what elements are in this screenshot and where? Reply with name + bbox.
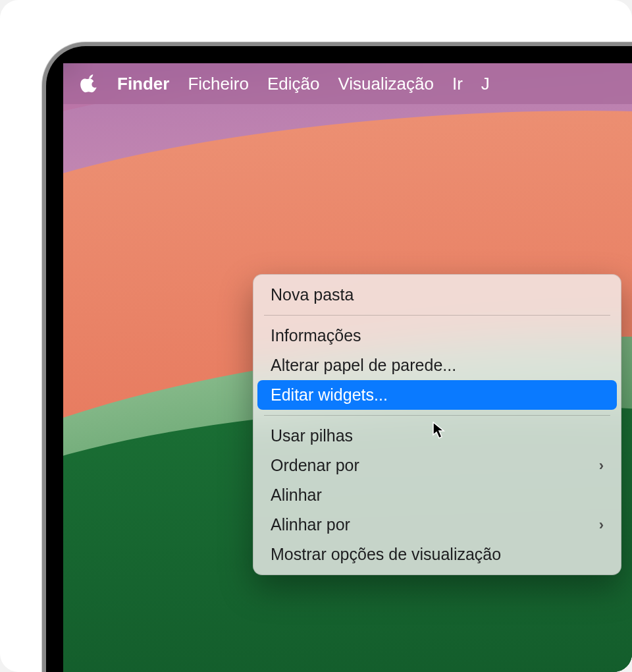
context-menu-item-change-wallpaper[interactable]: Alterar papel de parede... [253,350,621,380]
context-menu-item-label: Ordenar por [271,456,359,475]
context-menu-separator [264,415,610,416]
desktop-context-menu: Nova pasta Informações Alterar papel de … [253,274,621,575]
context-menu-item-label: Mostrar opções de visualização [271,545,501,564]
menubar-item-file[interactable]: Ficheiro [188,74,248,94]
context-menu-separator [264,315,610,316]
context-menu-item-label: Alterar papel de parede... [271,356,456,375]
laptop-bezel: Finder Ficheiro Edição Visualização Ir J… [46,46,632,672]
context-menu-item-show-view-options[interactable]: Mostrar opções de visualização [253,540,621,569]
desktop-screen: Finder Ficheiro Edição Visualização Ir J… [63,63,632,672]
macos-menubar: Finder Ficheiro Edição Visualização Ir J [63,63,632,104]
context-menu-item-sort-by[interactable]: Ordenar por › [253,451,621,480]
menubar-item-go[interactable]: Ir [452,74,463,94]
menubar-item-partial[interactable]: J [481,74,490,94]
context-menu-item-label: Alinhar [271,486,322,505]
context-menu-item-get-info[interactable]: Informações [253,321,621,350]
context-menu-item-label: Editar widgets... [271,385,388,405]
context-menu-item-edit-widgets[interactable]: Editar widgets... [257,380,617,410]
context-menu-item-clean-up-by[interactable]: Alinhar por › [253,510,621,540]
chevron-right-icon: › [599,517,604,534]
device-frame-card: Finder Ficheiro Edição Visualização Ir J… [0,0,632,672]
context-menu-item-new-folder[interactable]: Nova pasta [253,280,621,310]
apple-logo-icon[interactable] [80,74,99,93]
context-menu-item-label: Nova pasta [271,285,354,304]
context-menu-item-label: Informações [271,326,361,345]
context-menu-item-use-stacks[interactable]: Usar pilhas [253,421,621,451]
context-menu-item-label: Alinhar por [271,515,350,534]
context-menu-item-clean-up[interactable]: Alinhar [253,480,621,510]
menubar-item-view[interactable]: Visualização [338,74,434,94]
context-menu-item-label: Usar pilhas [271,426,353,445]
chevron-right-icon: › [599,457,604,474]
menubar-app-name[interactable]: Finder [117,74,169,94]
menubar-item-edit[interactable]: Edição [267,74,320,94]
